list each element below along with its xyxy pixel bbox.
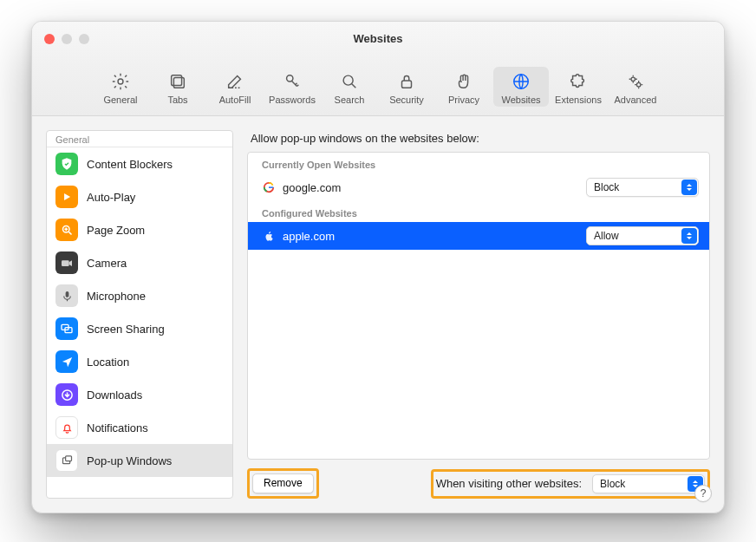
- tab-search[interactable]: Search: [322, 67, 377, 107]
- sidebar-item-location[interactable]: Location: [47, 345, 232, 378]
- tab-label: Passwords: [269, 95, 316, 105]
- svg-rect-5: [402, 81, 412, 88]
- tab-passwords[interactable]: Passwords: [264, 67, 320, 107]
- search-icon: [338, 70, 361, 93]
- question-mark-icon: ?: [701, 487, 707, 500]
- preferences-window: Websites General Tabs AutoFill Password: [31, 21, 725, 513]
- tab-label: Websites: [501, 95, 540, 105]
- settings-sidebar: General Content Blockers Auto-Play Page …: [46, 130, 233, 499]
- zoom-icon: [55, 219, 78, 241]
- stepper-arrows-icon: [681, 228, 697, 244]
- apple-favicon-icon: [262, 229, 276, 243]
- download-icon: [55, 383, 78, 406]
- svg-rect-1: [173, 77, 184, 88]
- tab-autofill[interactable]: AutoFill: [207, 67, 263, 107]
- website-name: apple.com: [283, 230, 586, 243]
- sidebar-item-label: Notifications: [87, 421, 148, 434]
- website-name: google.com: [283, 181, 586, 194]
- svg-point-4: [343, 75, 353, 85]
- website-row[interactable]: google.com Block: [248, 173, 709, 201]
- titlebar: Websites: [32, 22, 724, 63]
- default-setting-highlight: When visiting other websites: Block: [431, 469, 710, 499]
- site-permission-select[interactable]: Block: [586, 178, 699, 197]
- sidebar-item-camera[interactable]: Camera: [47, 246, 232, 279]
- sidebar-item-auto-play[interactable]: Auto-Play: [47, 180, 232, 213]
- sidebar-section-header: General: [47, 131, 232, 147]
- footer-controls: Remove When visiting other websites: Blo…: [247, 468, 710, 499]
- tab-label: Security: [389, 95, 424, 105]
- sidebar-item-popup-windows[interactable]: Pop-up Windows: [47, 444, 232, 477]
- svg-rect-11: [65, 291, 68, 297]
- play-icon: [55, 186, 78, 208]
- google-favicon-icon: [262, 180, 276, 194]
- sidebar-item-downloads[interactable]: Downloads: [47, 378, 232, 411]
- remove-highlight: Remove: [247, 468, 319, 499]
- gears-icon: [624, 70, 647, 93]
- sidebar-item-notifications[interactable]: Notifications: [47, 411, 232, 444]
- hand-icon: [453, 70, 475, 93]
- sidebar-item-label: Page Zoom: [87, 224, 145, 237]
- svg-point-0: [118, 79, 123, 84]
- screens-icon: [55, 317, 78, 340]
- mic-icon: [55, 284, 78, 307]
- configured-websites-header: Configured Websites: [248, 201, 709, 222]
- tab-extensions[interactable]: Extensions: [551, 67, 606, 107]
- website-row[interactable]: apple.com Allow: [248, 222, 709, 250]
- tab-label: Tabs: [167, 95, 187, 105]
- window-title: Websites: [32, 32, 724, 45]
- tab-privacy[interactable]: Privacy: [436, 67, 492, 107]
- tab-label: Advanced: [615, 95, 657, 105]
- location-icon: [55, 350, 78, 373]
- tab-advanced[interactable]: Advanced: [608, 67, 663, 107]
- tab-label: Extensions: [555, 95, 602, 105]
- gear-icon: [109, 70, 132, 93]
- tab-label: General: [103, 95, 137, 105]
- sidebar-item-screen-sharing[interactable]: Screen Sharing: [47, 312, 232, 345]
- svg-rect-2: [172, 75, 182, 86]
- select-value: Allow: [594, 230, 619, 242]
- svg-rect-16: [65, 455, 71, 460]
- button-label: Remove: [264, 477, 303, 489]
- pen-icon: [224, 70, 246, 93]
- key-icon: [281, 70, 303, 93]
- tab-label: Privacy: [448, 95, 479, 105]
- sidebar-item-label: Screen Sharing: [87, 323, 165, 336]
- default-permission-select[interactable]: Block: [592, 474, 705, 493]
- lock-icon: [395, 70, 418, 93]
- stepper-arrows-icon: [681, 180, 697, 195]
- puzzle-icon: [567, 70, 590, 93]
- main-heading: Allow pop-up windows on the websites bel…: [251, 132, 710, 145]
- tab-tabs[interactable]: Tabs: [150, 67, 205, 107]
- content-area: General Content Blockers Auto-Play Page …: [32, 116, 724, 513]
- bell-icon: [55, 416, 78, 439]
- website-list: Currently Open Websites google.com Block…: [247, 152, 710, 460]
- select-value: Block: [594, 181, 619, 193]
- sidebar-item-label: Pop-up Windows: [87, 454, 172, 467]
- sidebar-item-label: Location: [87, 356, 129, 369]
- tabs-icon: [166, 70, 189, 93]
- camera-icon: [55, 251, 78, 274]
- main-panel: Allow pop-up windows on the websites bel…: [247, 130, 710, 499]
- globe-icon: [510, 70, 532, 93]
- shield-icon: [55, 153, 78, 175]
- tab-label: AutoFill: [219, 95, 251, 105]
- tab-security[interactable]: Security: [379, 67, 434, 107]
- site-permission-select[interactable]: Allow: [586, 226, 699, 245]
- open-websites-header: Currently Open Websites: [248, 153, 709, 173]
- popup-icon: [55, 449, 78, 472]
- sidebar-item-page-zoom[interactable]: Page Zoom: [47, 213, 232, 246]
- other-websites-label: When visiting other websites:: [436, 477, 582, 490]
- tab-websites[interactable]: Websites: [493, 67, 549, 107]
- sidebar-item-content-blockers[interactable]: Content Blockers: [47, 147, 232, 180]
- select-value: Block: [600, 478, 625, 490]
- help-button[interactable]: ?: [694, 485, 712, 502]
- sidebar-item-label: Camera: [87, 257, 127, 270]
- tab-general[interactable]: General: [93, 67, 148, 107]
- svg-rect-10: [62, 260, 69, 266]
- sidebar-item-label: Auto-Play: [87, 191, 135, 204]
- sidebar-item-label: Downloads: [87, 389, 142, 402]
- sidebar-item-microphone[interactable]: Microphone: [47, 279, 232, 312]
- svg-point-7: [631, 77, 635, 81]
- sidebar-item-label: Content Blockers: [87, 158, 173, 171]
- remove-button[interactable]: Remove: [252, 473, 314, 493]
